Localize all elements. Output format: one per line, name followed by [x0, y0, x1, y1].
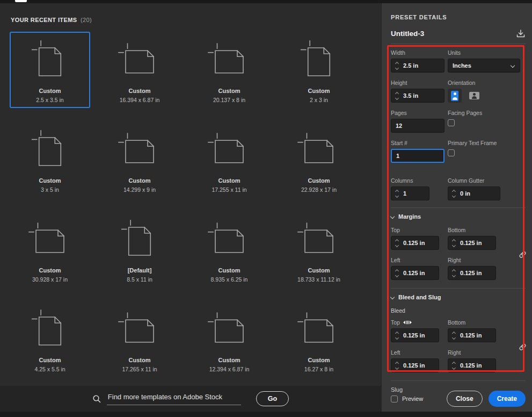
template-item[interactable]: Custom 16.394 x 6.87 in — [99, 32, 180, 108]
bleed-top-label: Top — [391, 319, 448, 326]
columns-stepper[interactable] — [395, 190, 399, 197]
template-dims: 14.299 x 9 in — [123, 186, 156, 193]
bleed-right-label: Right — [448, 349, 526, 356]
document-icon — [122, 306, 157, 354]
margin-top-value: 0.125 in — [403, 240, 425, 246]
template-dims: 2.5 x 3.5 in — [36, 97, 63, 103]
width-value: 2.5 in — [403, 62, 418, 69]
margin-top-field[interactable]: 0.125 in — [391, 236, 439, 250]
bleed-right-stepper[interactable] — [451, 362, 456, 369]
template-item[interactable]: Custom 20.137 x 8 in — [189, 32, 269, 108]
width-field[interactable]: 2.5 in — [391, 59, 444, 73]
height-field[interactable]: 3.5 in — [391, 89, 444, 103]
facing-pages-checkbox[interactable] — [448, 119, 455, 126]
landscape-page-icon — [469, 92, 479, 99]
bleed-left-field[interactable]: 0.125 in — [391, 358, 439, 372]
margin-left-stepper[interactable] — [395, 270, 399, 277]
orientation-landscape-button[interactable] — [467, 89, 481, 103]
horizontal-resize-cursor-icon — [403, 320, 412, 325]
column-gutter-field[interactable]: 0 in — [448, 186, 500, 200]
bleed-top-stepper[interactable] — [395, 332, 399, 339]
margin-bottom-stepper[interactable] — [451, 240, 456, 247]
template-item[interactable]: [Default] 8.5 x 11 in — [99, 211, 180, 287]
chevron-down-icon — [390, 295, 395, 299]
margins-title: Margins — [398, 213, 421, 220]
template-item[interactable]: Custom 14.299 x 9 in — [99, 121, 180, 198]
template-item[interactable]: Custom 17.265 x 11 in — [99, 301, 180, 377]
template-item[interactable]: Custom 17.255 x 11 in — [189, 121, 269, 198]
template-item[interactable]: Custom 2.5 x 3.5 in — [10, 32, 90, 108]
facing-pages-label: Facing Pages — [448, 110, 526, 116]
start-number-label: Start # — [391, 140, 448, 146]
template-item[interactable]: Custom 22.928 x 17 in — [279, 121, 359, 198]
bleed-group: Top 0.125 in Bottom 0.125 in — [391, 319, 526, 372]
template-item[interactable]: Custom 12.394 x 6.87 in — [189, 301, 269, 377]
template-item[interactable]: Custom 30.928 x 17 in — [10, 211, 90, 287]
bleed-bottom-stepper[interactable] — [451, 332, 456, 339]
bleed-and-slug-section-header[interactable]: Bleed and Slug — [391, 294, 526, 300]
bleed-bottom-label: Bottom — [448, 319, 526, 326]
portrait-page-icon — [451, 91, 458, 101]
margin-bottom-value: 0.125 in — [460, 240, 482, 246]
margin-right-field[interactable]: 0.125 in — [448, 266, 496, 280]
margin-bottom-field[interactable]: 0.125 in — [448, 236, 496, 250]
template-name: Custom — [308, 177, 330, 184]
bleed-top-value: 0.125 in — [403, 332, 425, 339]
template-item[interactable]: Custom 4.25 x 5.5 in — [10, 301, 90, 377]
margins-link-icon[interactable] — [518, 250, 527, 259]
preview-toggle[interactable]: Preview — [391, 396, 423, 402]
margin-top-label: Top — [391, 227, 448, 233]
start-number-value: 1 — [396, 153, 399, 159]
template-item[interactable]: Custom 16.27 x 8 in — [279, 301, 359, 377]
width-stepper[interactable] — [395, 62, 399, 69]
column-gutter-stepper[interactable] — [451, 190, 456, 197]
bleed-link-icon[interactable] — [518, 342, 527, 351]
template-dims: 4.25 x 5.5 in — [34, 366, 65, 372]
bleed-top-field[interactable]: 0.125 in — [391, 328, 439, 342]
bleed-right-field[interactable]: 0.125 in — [448, 358, 496, 372]
close-button[interactable]: Close — [447, 391, 483, 407]
search-input[interactable] — [107, 393, 241, 405]
chevron-down-icon — [390, 214, 395, 219]
chevron-down-icon — [511, 63, 515, 68]
height-stepper[interactable] — [395, 92, 399, 99]
width-label: Width — [391, 49, 448, 56]
orientation-portrait-button[interactable] — [448, 89, 462, 103]
save-preset-icon[interactable] — [516, 29, 526, 39]
tab-indicator — [15, 0, 27, 2]
create-button[interactable]: Create — [489, 391, 526, 407]
template-item[interactable]: Custom 2 x 3 in — [279, 32, 359, 108]
document-icon — [302, 306, 336, 354]
margin-left-field[interactable]: 0.125 in — [391, 266, 439, 280]
go-button[interactable]: Go — [256, 391, 289, 406]
margin-top-stepper[interactable] — [395, 240, 399, 247]
orientation-label: Orientation — [448, 80, 526, 86]
margin-right-stepper[interactable] — [451, 270, 456, 277]
start-number-field[interactable]: 1 — [391, 149, 444, 163]
recent-grid: Custom 2.5 x 3.5 in Custom 16.394 x 6.87… — [0, 23, 381, 391]
document-icon — [212, 127, 246, 174]
template-dims: 3 x 5 in — [41, 186, 59, 193]
template-name: Custom — [218, 357, 241, 363]
margins-section-header[interactable]: Margins — [391, 213, 526, 220]
divider — [391, 288, 526, 289]
template-name: Custom — [218, 177, 241, 184]
template-name: Custom — [39, 357, 61, 363]
bleed-left-stepper[interactable] — [395, 362, 399, 369]
preview-checkbox[interactable] — [391, 396, 398, 402]
template-name: Custom — [39, 88, 61, 94]
document-icon — [302, 127, 336, 174]
template-item[interactable]: Custom 18.733 x 11.12 in — [279, 211, 359, 287]
margin-left-label: Left — [391, 257, 448, 263]
template-item[interactable]: Custom 3 x 5 in — [10, 121, 90, 198]
columns-field[interactable]: 1 — [391, 186, 429, 200]
document-name-field[interactable]: Untitled-3 — [391, 27, 424, 40]
column-gutter-label: Column Gutter — [448, 177, 526, 184]
primary-text-frame-checkbox[interactable] — [448, 149, 455, 156]
template-dims: 16.394 x 6.87 in — [120, 97, 160, 103]
bleed-bottom-field[interactable]: 0.125 in — [448, 328, 496, 342]
template-item[interactable]: Custom 8.935 x 6.25 in — [189, 211, 269, 287]
pages-field[interactable]: 12 — [391, 119, 444, 133]
bleed-right-value: 0.125 in — [460, 362, 482, 369]
units-select[interactable]: Inches — [448, 59, 520, 73]
